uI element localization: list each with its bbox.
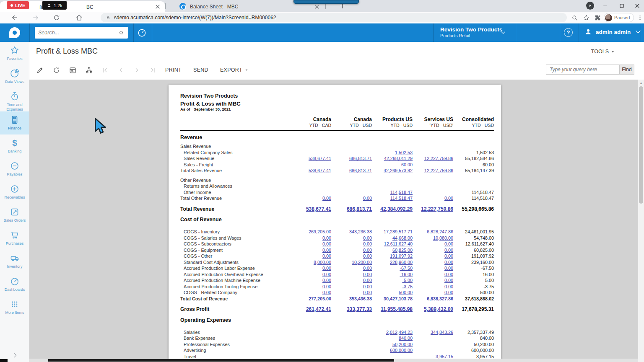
drilldown-link[interactable]: 261,472.41 bbox=[291, 306, 331, 313]
sidebar-item-more-items[interactable]: More Items bbox=[0, 296, 29, 319]
drilldown-link[interactable]: 269,205.00 bbox=[291, 229, 331, 235]
drilldown-link[interactable]: 0.00 bbox=[331, 265, 372, 272]
drilldown-link[interactable]: 42,268,011.29 bbox=[372, 155, 413, 162]
send-button[interactable]: SEND bbox=[193, 67, 208, 73]
sidebar-item-data-views[interactable]: Data Views bbox=[0, 65, 29, 88]
sidebar-item-inventory[interactable]: Inventory bbox=[0, 250, 29, 273]
company-selector[interactable]: Revision Two Products Products Retail bbox=[440, 26, 502, 39]
drilldown-link[interactable]: 686,813.71 bbox=[331, 206, 372, 212]
sidebar-item-dashboards[interactable]: Dashboards bbox=[0, 273, 29, 296]
global-search[interactable] bbox=[35, 27, 128, 39]
sidebar-item-time-and-expenses[interactable]: Time and Expenses bbox=[0, 88, 29, 111]
time-tracking-icon[interactable] bbox=[137, 28, 147, 38]
drilldown-link[interactable]: 30,427,103.78 bbox=[372, 296, 413, 302]
drilldown-link[interactable]: 10,080.00 bbox=[413, 235, 453, 241]
drilldown-link[interactable]: 840.00 bbox=[372, 335, 413, 341]
first-page-button[interactable] bbox=[101, 67, 109, 74]
sidebar-item-purchases[interactable]: Purchases bbox=[0, 227, 29, 250]
drilldown-link[interactable]: 3,957.15 bbox=[413, 354, 453, 359]
drilldown-link[interactable]: -3.75 bbox=[372, 284, 413, 290]
query-input[interactable] bbox=[546, 65, 619, 75]
bookmark-star-icon[interactable] bbox=[583, 14, 590, 21]
drilldown-link[interactable]: 0.00 bbox=[291, 247, 331, 253]
drilldown-link[interactable]: 0.00 bbox=[413, 241, 453, 247]
drilldown-link[interactable]: 0.00 bbox=[331, 235, 372, 241]
drilldown-link[interactable]: 500.00 bbox=[372, 290, 413, 296]
drilldown-link[interactable]: 0.00 bbox=[413, 284, 453, 290]
drilldown-link[interactable]: 10,200.00 bbox=[331, 259, 372, 266]
drilldown-link[interactable]: -67.50 bbox=[372, 265, 413, 272]
search-icon[interactable] bbox=[118, 30, 125, 36]
tab2-close-icon[interactable] bbox=[314, 3, 320, 10]
drilldown-link[interactable]: 6,838,327.86 bbox=[413, 296, 453, 302]
drilldown-link[interactable]: 114,518.47 bbox=[372, 195, 413, 202]
drilldown-link[interactable]: 191,097.92 bbox=[372, 253, 413, 259]
drilldown-link[interactable]: 0.00 bbox=[331, 241, 372, 247]
drilldown-link[interactable]: 17,289,517.71 bbox=[372, 229, 413, 235]
sidebar-item-banking[interactable]: $Banking bbox=[0, 134, 29, 158]
drilldown-link[interactable]: 0.00 bbox=[413, 277, 453, 284]
drilldown-link[interactable]: 1,502.53 bbox=[372, 150, 413, 156]
find-button[interactable]: Find bbox=[619, 65, 634, 75]
user-menu[interactable]: admin admin bbox=[584, 28, 642, 36]
reload-icon[interactable] bbox=[53, 14, 60, 21]
acumatica-logo-icon[interactable] bbox=[9, 27, 20, 38]
drilldown-link[interactable]: 6,828,247.86 bbox=[413, 229, 453, 235]
horizontal-scrollbar[interactable] bbox=[29, 359, 638, 362]
drilldown-link[interactable]: 12,611,627.40 bbox=[372, 241, 413, 247]
export-button[interactable]: EXPORT bbox=[220, 67, 249, 73]
sidebar-item-payables[interactable]: Payables bbox=[0, 158, 29, 181]
drilldown-link[interactable]: 11,955,485.98 bbox=[372, 306, 413, 313]
drilldown-link[interactable]: 0.00 bbox=[413, 290, 453, 296]
drilldown-link[interactable]: 343,236.38 bbox=[331, 229, 372, 235]
drilldown-link[interactable]: 8,000.00 bbox=[291, 259, 331, 266]
drilldown-link[interactable]: 344,843.26 bbox=[413, 329, 453, 336]
drilldown-link[interactable]: 0.00 bbox=[291, 272, 331, 278]
media-control-icon[interactable] bbox=[586, 2, 594, 10]
sidebar-item-favorites[interactable]: Favorites bbox=[0, 42, 29, 65]
drilldown-link[interactable]: -16.00 bbox=[372, 272, 413, 278]
tab1-close-icon[interactable] bbox=[154, 3, 161, 10]
chevron-down-icon[interactable] bbox=[500, 29, 506, 36]
help-button[interactable] bbox=[564, 28, 573, 37]
drilldown-link[interactable]: 12,227,759.86 bbox=[413, 155, 453, 162]
drilldown-link[interactable]: 0.00 bbox=[291, 290, 331, 296]
scroll-up-icon[interactable]: ▲ bbox=[638, 80, 644, 85]
drilldown-link[interactable]: 686,813.71 bbox=[331, 155, 372, 162]
drilldown-link[interactable]: -5.00 bbox=[372, 277, 413, 284]
tools-button[interactable]: TOOLS bbox=[591, 49, 615, 54]
zoom-page-icon[interactable] bbox=[571, 14, 578, 21]
window-minimize-button[interactable] bbox=[602, 3, 609, 9]
parameters-button[interactable] bbox=[69, 66, 77, 74]
browser-menu-icon[interactable] bbox=[636, 14, 644, 21]
drilldown-link[interactable]: 42,384,092.29 bbox=[372, 206, 413, 212]
drilldown-link[interactable]: 686,813.71 bbox=[331, 168, 372, 174]
refresh-button[interactable] bbox=[52, 66, 60, 74]
drilldown-link[interactable]: 0.00 bbox=[291, 284, 331, 290]
drilldown-link[interactable]: 0.00 bbox=[331, 272, 372, 278]
drilldown-link[interactable]: 50,200.00 bbox=[372, 341, 413, 348]
drilldown-link[interactable]: 12,227,759.86 bbox=[413, 168, 453, 174]
drilldown-link[interactable]: 2,012,494.23 bbox=[372, 329, 413, 336]
sidebar-item-sales-orders[interactable]: Sales Orders bbox=[0, 204, 29, 227]
home-icon[interactable] bbox=[75, 14, 83, 21]
drilldown-link[interactable]: 0.00 bbox=[331, 253, 372, 259]
drilldown-link[interactable]: 5,389,432.00 bbox=[413, 306, 453, 313]
drilldown-link[interactable]: 114,518.47 bbox=[372, 189, 413, 196]
print-button[interactable]: PRINT bbox=[165, 67, 182, 73]
drilldown-link[interactable]: 0.00 bbox=[413, 272, 453, 278]
extensions-puzzle-icon[interactable] bbox=[594, 14, 601, 21]
drilldown-link[interactable]: 0.00 bbox=[331, 277, 372, 284]
forward-icon[interactable] bbox=[32, 14, 39, 21]
next-page-button[interactable] bbox=[133, 67, 140, 74]
drilldown-link[interactable]: 0.00 bbox=[413, 259, 453, 266]
sidebar-item-receivables[interactable]: Receivables bbox=[0, 181, 29, 204]
vertical-scrollbar[interactable]: ▲ bbox=[638, 80, 644, 362]
drilldown-link[interactable]: 0.00 bbox=[291, 253, 331, 259]
drilldown-link[interactable]: 0.00 bbox=[331, 195, 372, 202]
drilldown-link[interactable]: 0.00 bbox=[413, 195, 453, 202]
drilldown-link[interactable]: 0.00 bbox=[291, 235, 331, 241]
drilldown-link[interactable]: 538,677.41 bbox=[291, 168, 331, 174]
drilldown-link[interactable]: 0.00 bbox=[331, 290, 372, 296]
drilldown-link[interactable]: 538,677.41 bbox=[291, 206, 331, 212]
